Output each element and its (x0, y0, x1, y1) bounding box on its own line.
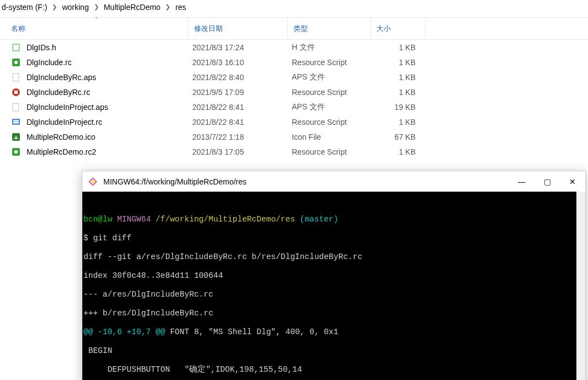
file-row[interactable]: DlgIncludeInProject.aps 2021/8/22 8:41 A… (0, 99, 588, 114)
titlebar[interactable]: MINGW64:/f/working/MultipleRcDemo/res — … (82, 171, 585, 192)
terminal-app-icon (88, 177, 98, 187)
file-name: DlgIncludeByRc.aps (27, 73, 188, 82)
sort-indicator-icon: ˄ (95, 17, 98, 23)
file-name: MultipleRcDemo.rc2 (27, 147, 188, 156)
svg-rect-7 (13, 103, 19, 111)
column-headers: ˄ 名称 修改日期 类型 大小 (0, 18, 588, 40)
file-name: MultipleRcDemo.ico (27, 133, 188, 141)
svg-rect-6 (14, 91, 18, 94)
diff-hunk-tail: FONT 8, "MS Shell Dlg", 400, 0, 0x1 (165, 328, 338, 336)
prompt-path: /f/working/MultipleRcDemo/res (156, 215, 295, 224)
crumb-project[interactable]: MultipleRcDemo (102, 3, 162, 12)
file-row[interactable]: DlgInclude.rc 2021/8/3 16:10 Resource Sc… (0, 55, 588, 70)
file-type: Resource Script (287, 58, 370, 67)
terminal-window: MINGW64:/f/working/MultipleRcDemo/res — … (82, 171, 586, 380)
file-list: DlgIDs.h 2021/8/3 17:24 H 文件 1 KB DlgInc… (0, 40, 588, 159)
column-name[interactable]: 名称 (11, 24, 188, 34)
maximize-button[interactable]: ▢ (534, 171, 560, 192)
minimize-button[interactable]: — (509, 171, 534, 192)
file-date: 2021/8/22 8:40 (188, 73, 287, 82)
close-button[interactable]: ✕ (560, 171, 585, 192)
diff-line: index 30f0c48..3e84d11 100644 (82, 271, 585, 281)
crumb-drive[interactable]: d-system (F:) (0, 3, 49, 12)
file-date: 2021/8/3 17:24 (188, 43, 287, 52)
file-date: 2021/8/22 8:41 (188, 103, 287, 112)
file-type: Resource Script (287, 88, 370, 97)
file-size: 19 KB (370, 103, 421, 112)
file-icon (11, 132, 21, 142)
file-name: DlgIDs.h (27, 43, 188, 52)
terminal-body[interactable]: bcn@lw MINGW64 /f/working/MultipleRcDemo… (82, 192, 585, 380)
file-icon (11, 43, 21, 52)
prompt-host: MINGW64 (117, 215, 151, 224)
diff-hunk: @@ -10,6 +10,7 @@ (83, 328, 165, 336)
file-icon (11, 117, 21, 127)
file-name: DlgInclude.rc (27, 58, 188, 67)
file-icon (11, 57, 21, 67)
file-type: H 文件 (287, 43, 370, 52)
chevron-right-icon: ❯ (49, 3, 60, 10)
file-date: 2021/9/5 17:09 (188, 88, 287, 97)
file-size: 1 KB (370, 73, 421, 82)
svg-rect-1 (13, 45, 19, 50)
svg-rect-9 (13, 120, 19, 124)
file-size: 1 KB (370, 58, 421, 67)
file-date: 2021/8/22 8:41 (188, 118, 287, 126)
breadcrumb: d-system (F:) ❯ working ❯ MultipleRcDemo… (0, 0, 588, 18)
file-size: 1 KB (370, 147, 421, 156)
diff-line: +++ b/res/DlgIncludeByRc.rc (82, 309, 585, 318)
window-title: MINGW64:/f/working/MultipleRcDemo/res (103, 177, 509, 186)
file-row[interactable]: DlgIncludeByRc.aps 2021/8/22 8:40 APS 文件… (0, 70, 588, 85)
prompt-user: bcn@lw (83, 215, 112, 224)
column-size[interactable]: 大小 (370, 18, 426, 39)
file-icon (11, 102, 21, 112)
file-row[interactable]: DlgIncludeByRc.rc 2021/9/5 17:09 Resourc… (0, 85, 588, 99)
file-size: 1 KB (370, 118, 421, 126)
diff-line: --- a/res/DlgIncludeByRc.rc (82, 290, 585, 299)
diff-cmd: $ git diff (82, 234, 585, 243)
file-icon (11, 87, 21, 97)
file-date: 2021/8/3 17:05 (188, 147, 287, 156)
file-row[interactable]: DlgIncludeInProject.rc 2021/8/22 8:41 Re… (0, 114, 588, 129)
file-row[interactable]: DlgIDs.h 2021/8/3 17:24 H 文件 1 KB (0, 40, 588, 55)
svg-point-3 (14, 61, 18, 64)
diff-line: BEGIN (82, 346, 585, 356)
file-date: 2021/8/3 16:10 (188, 58, 287, 67)
chevron-right-icon: ❯ (91, 3, 102, 10)
column-date[interactable]: 修改日期 (188, 18, 287, 39)
file-size: 67 KB (370, 133, 421, 141)
file-type: APS 文件 (287, 72, 370, 82)
file-row[interactable]: MultipleRcDemo.ico 2013/7/22 1:18 Icon F… (0, 129, 588, 144)
file-name: DlgIncludeByRc.rc (27, 88, 188, 97)
scrollbar[interactable] (576, 192, 585, 380)
file-size: 1 KB (370, 43, 421, 52)
file-type: APS 文件 (287, 102, 370, 112)
file-name: DlgIncludeInProject.aps (27, 103, 188, 112)
svg-rect-4 (13, 73, 19, 81)
file-row[interactable]: MultipleRcDemo.rc2 2021/8/3 17:05 Resour… (0, 144, 588, 159)
file-date: 2013/7/22 1:18 (188, 133, 287, 141)
file-type: Resource Script (287, 118, 370, 126)
file-icon (11, 147, 21, 157)
column-type[interactable]: 类型 (287, 18, 370, 39)
diff-line: DEFPUSHBUTTON "确定",IDOK,198,155,50,14 (82, 365, 585, 374)
file-icon (11, 72, 21, 82)
diff-line: diff --git a/res/DlgIncludeByRc.rc b/res… (82, 252, 585, 262)
svg-point-12 (14, 150, 18, 154)
chevron-right-icon: ❯ (162, 3, 174, 10)
crumb-working[interactable]: working (60, 3, 90, 12)
file-type: Resource Script (287, 147, 370, 156)
crumb-res[interactable]: res (174, 3, 187, 12)
file-type: Icon File (287, 133, 370, 141)
file-size: 1 KB (370, 88, 421, 97)
prompt-branch: (master) (300, 215, 339, 224)
file-name: DlgIncludeInProject.rc (27, 118, 188, 126)
